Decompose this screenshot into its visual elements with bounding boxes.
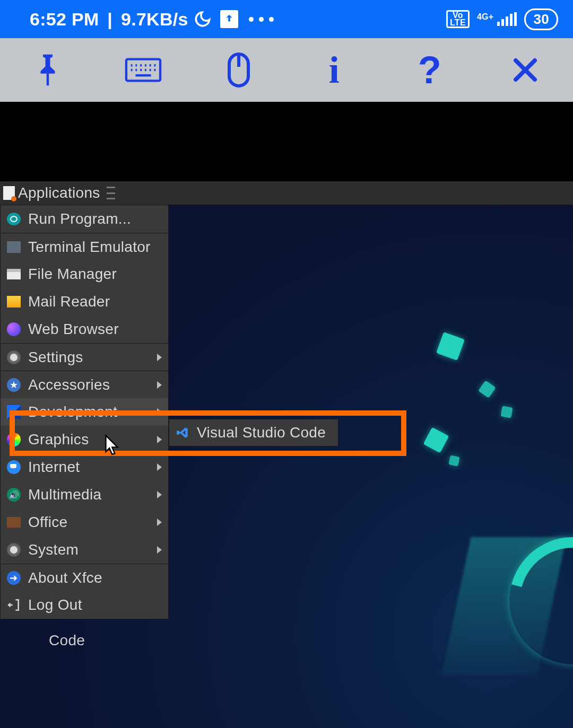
chevron-right-icon (157, 436, 162, 443)
chevron-right-icon (157, 408, 162, 416)
pin-button[interactable] (29, 51, 66, 89)
menu-item-file-manager[interactable]: File Manager (1, 260, 168, 288)
menu-label: System (28, 541, 79, 558)
menu-label: Office (28, 514, 67, 531)
android-status-bar: 6:52 PM | 9.7KB/s Vo LTE 4G+ 30 (0, 0, 573, 38)
applications-icon (3, 186, 15, 200)
applications-menu: Run Program... Terminal Emulator File Ma… (0, 205, 169, 619)
briefcase-icon (7, 517, 21, 528)
status-time: 6:52 PM (30, 9, 99, 30)
sound-icon: 🔊 (7, 488, 21, 502)
chevron-right-icon (157, 491, 162, 498)
submenu-development: Visual Studio Code (169, 419, 338, 446)
menu-item-multimedia[interactable]: 🔊 Multimedia (1, 481, 168, 508)
chevron-right-icon (157, 519, 162, 526)
logout-icon (7, 598, 21, 612)
applications-menu-button[interactable]: Applications (0, 181, 103, 205)
menu-item-internet[interactable]: Internet (1, 453, 168, 481)
menu-label: Graphics (28, 431, 89, 448)
menu-item-mail-reader[interactable]: Mail Reader (1, 288, 168, 315)
menu-label: About Xfce (28, 569, 102, 586)
panel-separator-icon (107, 187, 115, 199)
menu-item-about-xfce[interactable]: ➜ About Xfce (1, 564, 168, 591)
menu-label: File Manager (28, 266, 117, 283)
desktop-black-area (0, 102, 573, 181)
chevron-right-icon (157, 546, 162, 554)
keyboard-button[interactable] (125, 51, 162, 89)
mouse-button[interactable] (220, 51, 257, 89)
menu-item-development[interactable]: Development (1, 398, 168, 426)
help-button[interactable]: ? (411, 51, 448, 89)
info-icon: i (329, 48, 340, 92)
menu-item-web-browser[interactable]: Web Browser (1, 315, 168, 343)
applications-label: Applications (18, 185, 100, 201)
menu-label: Development (28, 404, 117, 420)
vscode-icon (176, 426, 189, 440)
vnc-toolbar: i ? (0, 38, 573, 102)
menu-label: Run Program... (28, 210, 131, 227)
signal-icon: 4G+ (477, 12, 517, 26)
gear-icon (7, 543, 21, 557)
battery-indicator: 30 (524, 8, 558, 30)
about-icon: ➜ (7, 571, 21, 585)
menu-item-run-program[interactable]: Run Program... (1, 205, 168, 233)
menu-item-office[interactable]: Office (1, 508, 168, 536)
gear-icon (7, 350, 21, 364)
mail-icon (7, 296, 21, 308)
menu-label: Mail Reader (28, 293, 110, 310)
run-icon (7, 213, 21, 225)
svg-rect-0 (47, 74, 49, 86)
status-separator: | (102, 9, 118, 30)
chevron-right-icon (157, 381, 162, 389)
menu-label: Accessories (28, 376, 110, 393)
upload-icon (220, 10, 238, 28)
more-dots-icon (249, 17, 274, 22)
xfce-panel: Applications (0, 181, 573, 205)
globe-icon (7, 322, 21, 336)
moon-icon (194, 10, 212, 28)
menu-item-settings[interactable]: Settings (1, 343, 168, 371)
menu-item-log-out[interactable]: Log Out (1, 591, 168, 619)
development-icon (7, 405, 21, 419)
chevron-right-icon (157, 463, 162, 471)
volte-icon: Vo LTE (446, 10, 470, 28)
close-button[interactable] (507, 51, 544, 89)
cloud-icon (7, 460, 21, 474)
menu-item-graphics[interactable]: Graphics (1, 426, 168, 453)
color-wheel-icon (7, 433, 21, 446)
menu-label: Settings (28, 349, 83, 366)
chevron-right-icon (157, 354, 162, 361)
terminal-icon (7, 241, 21, 253)
menu-item-accessories[interactable]: ★ Accessories (1, 371, 168, 398)
menu-item-terminal[interactable]: Terminal Emulator (1, 233, 168, 260)
desktop-icon-label-code: Code (49, 632, 85, 649)
menu-label: Log Out (28, 597, 82, 613)
menu-label: Terminal Emulator (28, 239, 151, 256)
help-icon: ? (418, 48, 441, 92)
submenu-item-vscode[interactable]: Visual Studio Code (197, 424, 326, 441)
menu-label: Multimedia (28, 486, 101, 503)
menu-label: Internet (28, 459, 80, 476)
star-icon: ★ (7, 378, 21, 392)
info-button[interactable]: i (316, 51, 353, 89)
status-net-speed: 9.7KB/s (121, 9, 188, 30)
menu-label: Web Browser (28, 321, 119, 338)
folder-icon (7, 269, 21, 279)
menu-item-system[interactable]: System (1, 536, 168, 564)
